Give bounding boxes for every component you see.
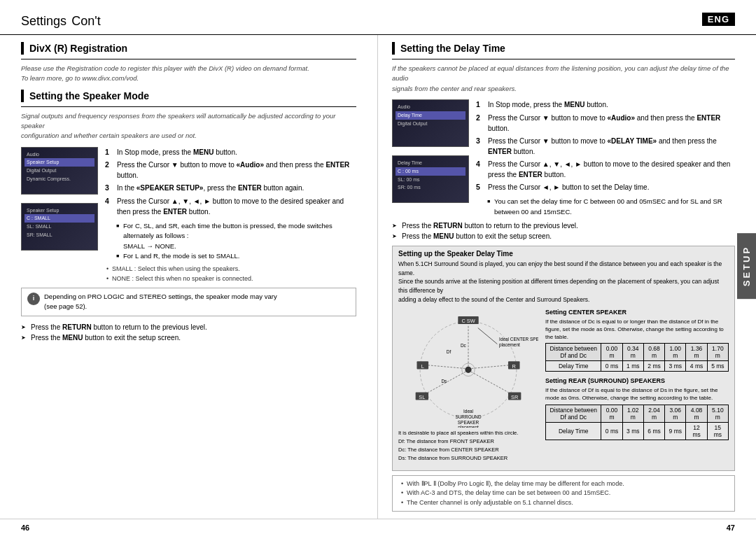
rear-table-section: Setting REAR (SURROUND) SPEAKERS If the … <box>545 377 729 440</box>
center-table-header-row: Distance between Df and Dc 0.00 m 0.34 m… <box>546 344 729 361</box>
bottom-note-3: The Center channel is only adjustable on… <box>400 498 727 508</box>
svg-text:Dc: Dc <box>461 343 467 348</box>
delay-diagram-area: L R C SW SL SR <box>398 309 729 463</box>
extra-note-2: NONE : Select this when no speaker is co… <box>105 274 356 284</box>
svg-text:C SW: C SW <box>461 318 475 324</box>
bottom-note-2: With AC-3 and DTS, the delay time can be… <box>400 489 727 498</box>
svg-text:Ds: Ds <box>441 378 447 383</box>
right-column: Setting the Delay Time If the speakers c… <box>378 35 756 519</box>
svg-line-15 <box>472 365 508 369</box>
svg-text:R: R <box>512 363 516 369</box>
svg-text:SR: SR <box>511 393 518 400</box>
delay-screens-col: Audio Delay Time Digital Output Delay Ti… <box>392 99 469 207</box>
rear-table-header-row: Distance between Df and Dc 0.00 m 1.02 m… <box>546 405 729 422</box>
rear-table-data-row: Delay Time 0 ms 3 ms 6 ms 9 ms 12 ms 15 … <box>546 422 729 440</box>
svg-line-17 <box>471 372 508 392</box>
svg-text:placement: placement <box>499 342 520 348</box>
delay-heading: Setting the Delay Time <box>392 42 735 55</box>
arrow-item-1: Press the RETURN button to return to the… <box>21 322 356 332</box>
rear-table-title: Setting REAR (SURROUND) SPEAKERS <box>545 377 729 384</box>
center-table: Distance between Df and Dc 0.00 m 0.34 m… <box>545 343 729 372</box>
center-col-label: Distance between Df and Dc <box>546 344 601 361</box>
delay-arrow-1: Press the RETURN button to return to the… <box>392 220 735 231</box>
delay-screen-2: Delay Time C : 00 ms SL: 00 ms SR: 00 ms <box>392 155 469 203</box>
delay-content: Audio Delay Time Digital Output Delay Ti… <box>392 99 735 220</box>
svg-text:Df: Df <box>447 349 451 354</box>
speaker-heading: Setting the Speaker Mode <box>21 90 356 102</box>
bullet-note-1: For C, SL, and SR, each time the button … <box>116 221 356 251</box>
screens-col: Audio Speaker Setup Digital Output Dynam… <box>21 147 98 255</box>
step-1: 1 In Stop mode, press the MENU button. <box>105 147 356 158</box>
step-3: 3 In the «SPEAKER SETUP», press the ENTE… <box>105 183 356 194</box>
rear-table: Distance between Df and Dc 0.00 m 1.02 m… <box>545 405 729 440</box>
delay-screen-1: Audio Delay Time Digital Output <box>392 99 469 147</box>
rear-col-label: Distance between Df and Dc <box>546 405 601 422</box>
delay-diagram: L R C SW SL SR <box>398 309 538 463</box>
screen-image-2: Speaker Setup C : SMALL SL: SMALL SR: SM… <box>21 203 98 251</box>
speaker-content: Audio Speaker Setup Digital Output Dynam… <box>21 147 356 284</box>
center-table-title: Setting CENTER SPEAKER <box>545 309 729 316</box>
svg-text:SL: SL <box>419 393 425 400</box>
delay-step-2: 2 Press the Cursor ▼ button to move to «… <box>476 113 735 134</box>
rear-table-desc: If the distance of Df is equal to the di… <box>545 386 729 402</box>
svg-line-23 <box>478 328 498 344</box>
delay-step-5: 5 Press the Cursor ◄, ► button to set th… <box>476 182 735 193</box>
delay-intro: If the speakers cannot be placed at equa… <box>392 64 735 94</box>
page: Settings Con't ENG DivX (R) Registration… <box>0 0 756 534</box>
delay-arrow-list: Press the RETURN button to return to the… <box>392 220 735 241</box>
svg-text:placement: placement <box>458 425 479 428</box>
svg-line-14 <box>428 365 465 369</box>
speaker-delay-intro: When 5.1CH Surround Sound is played, you… <box>398 260 729 304</box>
bullet-notes: For C, SL, and SR, each time the button … <box>116 221 356 261</box>
note-box: i Depending on PRO LOGIC and STEREO sett… <box>21 288 356 316</box>
step-4: 4 Press the Cursor ▲, ▼, ◄, ► button to … <box>105 196 356 217</box>
left-column: DivX (R) Registration Please use the Reg… <box>0 35 378 519</box>
setup-tab: SETUP <box>737 233 756 299</box>
note-icon: i <box>27 293 40 305</box>
delay-bullet-1: You can set the delay time for C between… <box>487 197 735 217</box>
speaker-delay-box: Setting up the Speaker Delay Time When 5… <box>392 246 735 471</box>
diagram-caption: It is desirable to place all speakers wi… <box>398 429 538 463</box>
delay-step-1: 1 In Stop mode, press the MENU button. <box>476 99 735 111</box>
center-table-section: Setting CENTER SPEAKER If the distance o… <box>545 309 729 372</box>
main-content: DivX (R) Registration Please use the Reg… <box>0 35 756 519</box>
bullet-note-2: For L and R, the mode is set to SMALL. <box>116 251 356 261</box>
delay-step-3: 3 Press the Cursor ▼ button to move to «… <box>476 136 735 157</box>
steps-list: 1 In Stop mode, press the MENU button. 2… <box>105 147 356 218</box>
speaker-intro: Signal outputs and frequency responses f… <box>21 111 356 141</box>
speaker-delay-title: Setting up the Speaker Delay Time <box>398 250 729 258</box>
title-sub: Con't <box>71 14 100 28</box>
delay-arrow-2: Press the MENU button to exit the setup … <box>392 231 735 241</box>
center-table-desc: If the distance of Dc is equal to or lon… <box>545 318 729 342</box>
page-footer: 46 47 <box>0 519 756 534</box>
delay-steps: 1 In Stop mode, press the MENU button. 2… <box>476 99 735 220</box>
delay-step-4: 4 Press the Cursor ▲, ▼, ◄, ► button to … <box>476 159 735 180</box>
delay-tables: Setting CENTER SPEAKER If the distance o… <box>545 309 729 463</box>
page-num-left: 46 <box>21 524 29 532</box>
speaker-diagram-svg: L R C SW SL SR <box>398 309 538 428</box>
svg-point-12 <box>465 366 471 372</box>
step-2: 2 Press the Cursor ▼ button to move to «… <box>105 160 356 181</box>
divx-heading: DivX (R) Registration <box>21 42 356 55</box>
screen-image-1: Audio Speaker Setup Digital Output Dynam… <box>21 147 98 195</box>
svg-text:SURROUND: SURROUND <box>455 414 481 419</box>
bottom-note-box: With ⅡPL Ⅱ (Dolby Pro Logic Ⅱ), the dela… <box>392 475 735 512</box>
note-text: Depending on PRO LOGIC and STEREO settin… <box>44 292 277 312</box>
extra-note-1: SMALL : Select this when using the speak… <box>105 265 356 274</box>
title-main: Settings <box>21 14 66 28</box>
page-num-right: 47 <box>727 524 735 532</box>
delay-steps-list: 1 In Stop mode, press the MENU button. 2… <box>476 99 735 193</box>
svg-text:L: L <box>421 363 424 369</box>
center-table-data-row: Delay Time 0 ms 1 ms 2 ms 3 ms 4 ms 5 ms <box>546 361 729 372</box>
svg-text:Ideal CENTER SPEAKER: Ideal CENTER SPEAKER <box>499 337 538 342</box>
delay-bullet-notes: You can set the delay time for C between… <box>487 197 735 217</box>
page-header: Settings Con't ENG <box>0 0 756 35</box>
arrow-item-2: Press the MENU button to exit the setup … <box>21 332 356 343</box>
speaker-arrow-list: Press the RETURN button to return to the… <box>21 322 356 343</box>
svg-text:Ideal: Ideal <box>463 409 473 414</box>
bottom-note-1: With ⅡPL Ⅱ (Dolby Pro Logic Ⅱ), the dela… <box>400 479 727 489</box>
divx-intro: Please use the Registration code to regi… <box>21 64 356 84</box>
eng-badge: ENG <box>702 13 735 26</box>
speaker-steps: 1 In Stop mode, press the MENU button. 2… <box>105 147 356 284</box>
page-title: Settings Con't <box>21 8 101 30</box>
